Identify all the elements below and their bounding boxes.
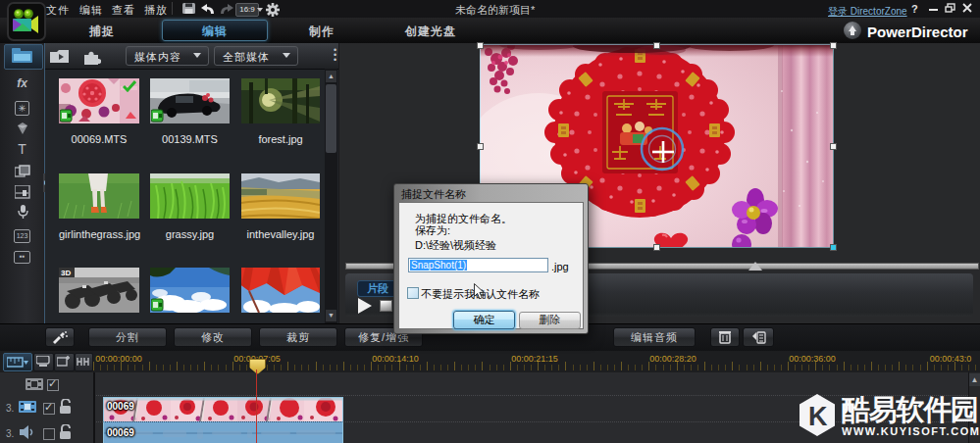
svg-text:3D: 3D bbox=[61, 269, 71, 277]
svg-text:WWW.KUYISOFT.COM: WWW.KUYISOFT.COM bbox=[842, 425, 979, 437]
svg-text:K: K bbox=[808, 402, 828, 431]
svg-text:酷易软件园: 酷易软件园 bbox=[842, 394, 979, 425]
